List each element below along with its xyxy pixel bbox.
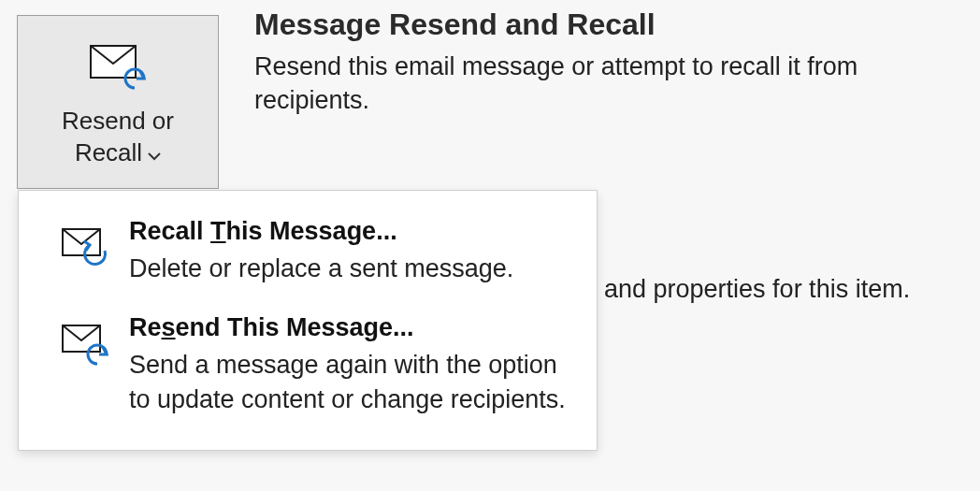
menu-item-description: Send a message again with the option to … bbox=[129, 348, 570, 416]
resend-or-recall-label: Resend or Recall bbox=[62, 106, 174, 169]
resend-recall-dropdown: Recall This Message... Delete or replace… bbox=[18, 190, 598, 451]
menu-item-resend-this-message[interactable]: Resend This Message... Send a message ag… bbox=[19, 296, 597, 427]
menu-item-recall-this-message[interactable]: Recall This Message... Delete or replace… bbox=[19, 200, 597, 296]
tooltip-description: Resend this email message or attempt to … bbox=[254, 50, 961, 118]
tooltip-title: Message Resend and Recall bbox=[254, 7, 961, 42]
resend-or-recall-button[interactable]: Resend or Recall bbox=[17, 15, 219, 189]
chevron-down-icon bbox=[148, 137, 161, 169]
resend-message-icon bbox=[62, 325, 108, 366]
background-text-fragment: and properties for this item. bbox=[604, 275, 910, 304]
menu-item-description: Delete or replace a sent message. bbox=[129, 252, 570, 285]
recall-message-icon bbox=[62, 228, 108, 269]
tooltip-header: Message Resend and Recall Resend this em… bbox=[254, 7, 961, 118]
resend-recall-icon bbox=[90, 44, 146, 91]
menu-item-title: Recall This Message... bbox=[129, 217, 570, 246]
menu-item-title: Resend This Message... bbox=[129, 313, 570, 342]
